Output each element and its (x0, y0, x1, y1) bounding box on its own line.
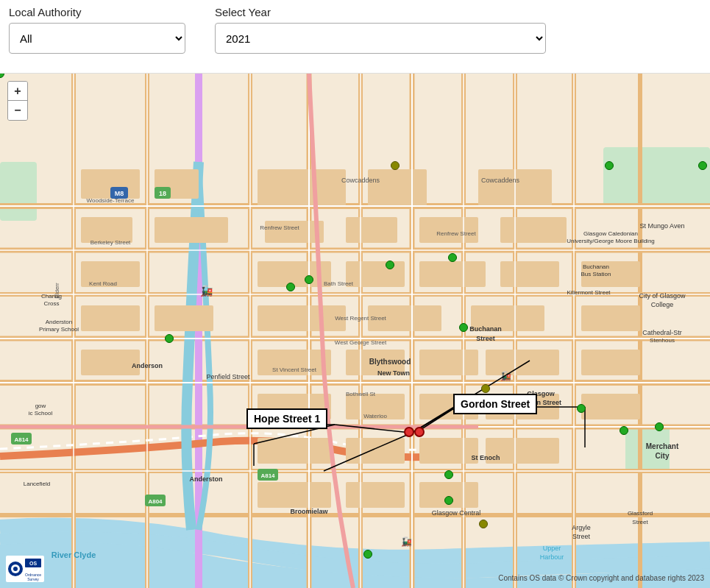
svg-text:Berkeley Street: Berkeley Street (90, 239, 131, 246)
zoom-out-button[interactable]: − (8, 101, 27, 120)
map-marker-green-7[interactable] (577, 404, 586, 413)
svg-rect-41 (155, 305, 213, 331)
svg-text:Street: Street (572, 533, 591, 540)
svg-text:Primary School: Primary School (39, 326, 79, 333)
svg-text:River Clyde: River Clyde (52, 550, 96, 559)
top-bar: Local Authority All Glasgow City Edinbur… (0, 0, 710, 74)
map-marker-green-8[interactable] (620, 426, 628, 435)
svg-text:Glasgow Central: Glasgow Central (432, 509, 481, 517)
map-marker-green-1[interactable] (305, 275, 313, 284)
svg-text:OS: OS (29, 561, 37, 566)
svg-text:ic School: ic School (29, 410, 53, 417)
svg-text:St Enoch: St Enoch (471, 454, 500, 461)
map-marker-green-6[interactable] (165, 334, 174, 343)
map-marker-green-3[interactable] (386, 261, 394, 269)
svg-text:Kent Road: Kent Road (89, 280, 117, 287)
svg-text:A814: A814 (14, 436, 29, 443)
svg-text:West George Street: West George Street (335, 339, 387, 346)
svg-text:City: City (656, 452, 670, 460)
svg-text:Upper: Upper (543, 545, 561, 552)
map-marker-green-11[interactable] (444, 496, 453, 505)
map-marker-green-9[interactable] (655, 422, 664, 431)
map-marker-green-14[interactable] (605, 161, 614, 170)
svg-text:Harbour: Harbour (540, 553, 564, 561)
svg-text:College: College (651, 301, 674, 308)
zoom-in-button[interactable]: + (8, 82, 27, 101)
svg-text:Renfrew Street: Renfrew Street (260, 224, 299, 231)
svg-text:Stenhous: Stenhous (650, 337, 675, 344)
svg-rect-58 (346, 438, 405, 464)
map-marker-green-12[interactable] (363, 550, 372, 559)
svg-text:Waterloo: Waterloo (363, 413, 387, 419)
svg-text:M8: M8 (115, 190, 124, 197)
svg-text:🚂: 🚂 (401, 536, 412, 547)
svg-text:Argyle: Argyle (572, 524, 591, 531)
svg-text:18: 18 (159, 190, 166, 197)
svg-text:Anderston: Anderston (190, 475, 223, 483)
svg-text:Anderson: Anderson (132, 362, 163, 369)
svg-text:Anderston: Anderston (46, 319, 72, 325)
svg-text:A814: A814 (260, 472, 275, 479)
svg-text:Merchant: Merchant (646, 442, 679, 450)
year-group: Select Year 2018 2019 2020 2021 2022 (215, 6, 546, 54)
svg-text:Penfield Street: Penfield Street (206, 373, 250, 380)
svg-text:Bath Street: Bath Street (324, 280, 354, 287)
svg-text:Buchanan: Buchanan (583, 263, 609, 270)
svg-text:Survey: Survey (27, 577, 39, 581)
svg-rect-56 (581, 394, 640, 419)
map-marker-olive-1[interactable] (391, 161, 400, 170)
svg-rect-57 (258, 438, 331, 464)
svg-text:University/George Moore Buildi: University/George Moore Building (567, 238, 655, 244)
svg-point-160 (13, 567, 18, 571)
svg-rect-2 (603, 147, 710, 206)
local-authority-label: Local Authority (9, 6, 185, 18)
svg-text:Glasgow Caledonian: Glasgow Caledonian (583, 230, 638, 237)
svg-rect-62 (346, 482, 405, 508)
map-marker-red-1[interactable] (404, 427, 414, 437)
svg-text:Bus Station: Bus Station (581, 271, 611, 277)
svg-text:Glassford: Glassford (628, 510, 653, 517)
svg-text:Bothwell St: Bothwell St (346, 391, 376, 397)
os-brand: OS Ordnance Survey (6, 556, 44, 582)
svg-rect-26 (368, 169, 427, 206)
svg-text:Killermont Street: Killermont Street (567, 289, 611, 296)
svg-rect-59 (419, 438, 478, 464)
map-marker-green-10[interactable] (444, 470, 453, 479)
map-marker-green-15[interactable] (698, 161, 707, 170)
svg-text:St Mungo Aven: St Mungo Aven (640, 222, 685, 230)
map-marker-olive-2[interactable] (481, 384, 490, 393)
svg-rect-33 (500, 217, 567, 243)
os-copyright: Contains OS data © Crown copyright and d… (498, 574, 704, 582)
svg-text:West Regent Street: West Regent Street (335, 315, 386, 322)
svg-text:Cowcaddens: Cowcaddens (481, 177, 520, 184)
local-authority-group: Local Authority All Glasgow City Edinbur… (9, 6, 185, 54)
local-authority-select[interactable]: All Glasgow City Edinburgh Aberdeen (9, 23, 185, 54)
svg-text:A804: A804 (148, 498, 163, 505)
map-marker-red-2[interactable] (414, 427, 425, 437)
svg-text:Renfrew Street: Renfrew Street (436, 230, 476, 237)
map-marker-green-4[interactable] (448, 253, 457, 262)
svg-rect-25 (258, 169, 346, 206)
svg-rect-37 (419, 261, 486, 287)
svg-rect-38 (500, 261, 559, 287)
svg-text:Charing: Charing (41, 293, 62, 300)
svg-text:Buchanan: Buchanan (469, 325, 502, 333)
svg-text:gow: gow (35, 403, 46, 409)
svg-text:🚂: 🚂 (200, 285, 213, 297)
callout-hope-street[interactable]: Hope Street 1 (246, 408, 327, 429)
callout-gordon-street[interactable]: Gordon Street (453, 394, 537, 414)
map-marker-olive-3[interactable] (479, 520, 488, 528)
map-marker-green-5[interactable] (459, 323, 468, 332)
svg-text:Street: Street (476, 335, 495, 342)
year-select[interactable]: 2018 2019 2020 2021 2022 (215, 23, 546, 54)
zoom-controls: + − (7, 81, 28, 121)
svg-text:Lancefield: Lancefield (24, 481, 50, 487)
svg-rect-36 (346, 261, 405, 287)
svg-rect-29 (155, 217, 228, 243)
map-marker-green-2[interactable] (286, 283, 295, 291)
svg-rect-42 (258, 305, 346, 331)
svg-rect-40 (81, 305, 140, 331)
svg-rect-31 (346, 217, 397, 243)
svg-rect-1 (0, 162, 37, 221)
svg-rect-45 (581, 305, 640, 331)
